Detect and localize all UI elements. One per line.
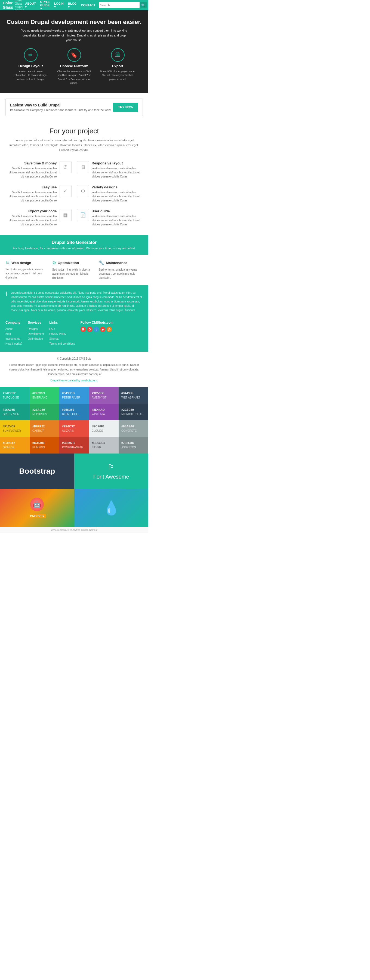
color-name: SILVER (92, 446, 101, 449)
color-hex: #16A085 (3, 408, 27, 411)
banner-subtitle: Its Suitable for Company, Freelancer and… (10, 108, 111, 111)
feature-save-time-title: Save time & money (8, 161, 57, 165)
maintenance-icon: 🔧 (99, 260, 104, 266)
feature-variety-title: Variety designs (92, 185, 140, 189)
nav-about[interactable]: ABOUT ▾ (24, 2, 37, 9)
feature-variety: ⚙ Variety designs Vestibulum elementum a… (74, 182, 143, 206)
color-swatch: #ECF0F1CLOUDS (89, 420, 119, 437)
feature-easy-use-title: Easy use (8, 185, 57, 189)
twitter-icon[interactable]: t (94, 327, 99, 332)
color-hex: #34495E (121, 391, 146, 395)
export-code-icon: ▦ (60, 209, 71, 221)
footer-link[interactable]: About (5, 327, 22, 332)
color-swatch: #95A5A6CONCRETE (119, 420, 148, 437)
feature-easy-use: ✓ Easy use Vestibulum elementum ante vit… (5, 182, 74, 206)
color-swatch: #F1C40FSUN FLOWER (0, 420, 30, 437)
banner-title: Easiest Way to Build Drupal (10, 103, 111, 107)
rss-icon[interactable]: R (81, 327, 86, 332)
banner-text: Easiest Way to Build Drupal Its Suitable… (10, 103, 111, 111)
color-swatch: #E74C3CALIZARIN (59, 420, 89, 437)
footer-links-title: Links (49, 321, 75, 325)
color-palette-row1: #1ABC9CTURQUOISE#2ECC71EMERLAND#3498DBPE… (0, 387, 148, 404)
color-hex: #27AE60 (32, 408, 57, 411)
optimization-icon: ⚙ (52, 260, 56, 266)
youtube-icon[interactable]: ▶ (100, 327, 106, 332)
hero-features: ✏ Design Layout You no needs to know pho… (5, 48, 143, 85)
color-palette-row2: #16A085GREEN SEA#27AE60NEPHRITIS#2980B9B… (0, 404, 148, 420)
watermark: www.freethemefiles.co/free-drupal-themes… (0, 527, 148, 533)
footer-link[interactable]: FAQ (49, 327, 75, 332)
hero-feature-design-desc: You no needs to know photoshop. Its cool… (13, 69, 48, 81)
color-hex: #BDC3C7 (92, 441, 116, 445)
color-hex: #D35400 (32, 441, 57, 445)
footer-col-company: Company About Blog Investments How it wo… (5, 321, 22, 346)
feature-export-code-desc: Vestibulum elementum ante vitae leo ultr… (8, 214, 57, 226)
service-maintenance-desc: Sed tortor mi, gravida in viverra accums… (99, 267, 143, 280)
color-swatch: #BDC3C7SILVER (89, 437, 119, 453)
color-name: WISTERIA (92, 413, 105, 416)
service-maintenance: 🔧 Maintenance Sed tortor mi, gravida in … (99, 260, 143, 280)
service-optimization: ⚙ Optimization Sed tortor mi, gravida in… (52, 260, 96, 280)
color-name: TURQUOISE (3, 396, 19, 399)
hero-title: Custom Drupal development never been eas… (5, 19, 143, 25)
nav-blog[interactable]: BLOG ▾ (67, 2, 78, 9)
brand-name: Color Glass (3, 1, 13, 10)
nav-login[interactable]: LOGIN ▾ (53, 2, 65, 9)
color-hex: #E74C3C (62, 425, 86, 428)
watermark-text: www.freethemefiles.co/free-drupal-themes… (51, 529, 97, 531)
copyright-body: Fusce ornare dictum ligula eget eleifend… (5, 363, 143, 377)
color-hex: #2ECC71 (32, 391, 57, 395)
color-hex: #7F8C8D (121, 441, 146, 445)
feature-user-guide-title: User guide (92, 209, 140, 213)
feature-save-time: ⏱ Save time & money Vestibulum elementum… (5, 158, 74, 182)
framework-section: Bootstrap 🏳 Font Awesome (0, 453, 148, 489)
footer-link[interactable]: Optimization (28, 336, 44, 341)
info-icon: ℹ (5, 291, 8, 298)
footer-link[interactable]: Designs (28, 327, 44, 332)
footer-link[interactable]: Blog (5, 332, 22, 336)
footer-link[interactable]: Investments (5, 336, 22, 341)
bootstrap-block: Bootstrap (0, 453, 74, 489)
color-name: ASBESTOS (121, 446, 136, 449)
color-hex: #ECF0F1 (92, 425, 116, 428)
service-web-design: 🖥 Web design Sed tortor mi, gravida in v… (5, 260, 49, 280)
color-hex: #2980B9 (62, 408, 86, 411)
feature-export-code: ▦ Export your code Vestibulum elementum … (5, 206, 74, 230)
nav-links: ABOUT ▾ STYLE GUIDE ▾ LOGIN ▾ BLOG ▾ CON… (24, 0, 96, 10)
hero-feature-platform-title: Choose Platform (57, 64, 92, 68)
search-input[interactable] (99, 2, 140, 8)
footer-link[interactable]: Development (28, 332, 44, 336)
service-optimization-title: Optimization (58, 261, 79, 265)
copyright-text: © Copyright 2015 CMS Bots (5, 356, 143, 361)
color-hex: #3498DB (62, 391, 86, 395)
color-name: AMETHYST (92, 396, 106, 399)
footer-link[interactable]: Sitemap (49, 336, 75, 341)
footer-link[interactable]: Privacy Policy (49, 332, 75, 336)
color-swatch: #3498DBPETER RIVER (59, 387, 89, 404)
google-plus-icon[interactable]: G (87, 327, 92, 332)
cta-banner: Easiest Way to Build Drupal Its Suitable… (5, 99, 143, 116)
try-now-button[interactable]: TRY NOW (113, 103, 138, 112)
email-icon[interactable]: @ (106, 327, 112, 332)
footer-link[interactable]: How it works? (5, 341, 22, 346)
color-name: CLOUDS (92, 429, 103, 432)
features-grid: ⏱ Save time & money Vestibulum elementum… (5, 158, 143, 230)
color-name: BELIZE HOLE (62, 413, 79, 416)
nav-contact[interactable]: CONTACT (80, 3, 97, 7)
color-name: GREEN SEA (3, 413, 19, 416)
color-name: PUMPKIN (32, 446, 45, 449)
color-hex: #F1C40F (3, 425, 27, 428)
color-swatch: #27AE60NEPHRITIS (30, 404, 59, 420)
drupal-banner-title: Drupal Site Generator (5, 240, 143, 245)
cmsbots-brand: 🤖 CMS Bots (0, 489, 74, 527)
project-section: For your project Lorem ipsum dolor sit a… (0, 121, 148, 235)
flag-icon: 🏳 (108, 463, 115, 471)
footer-columns: Company About Blog Investments How it wo… (5, 318, 143, 346)
nav-style-guide[interactable]: STYLE GUIDE ▾ (39, 0, 51, 10)
search-button[interactable]: 🔍 (140, 2, 147, 8)
footer-company-title: Company (5, 321, 22, 325)
footer-link[interactable]: Terms and conditions (49, 341, 75, 346)
variety-icon: ⚙ (77, 185, 89, 197)
color-swatch: #D35400PUMPKIN (30, 437, 59, 453)
color-name: CONCRETE (121, 429, 137, 432)
